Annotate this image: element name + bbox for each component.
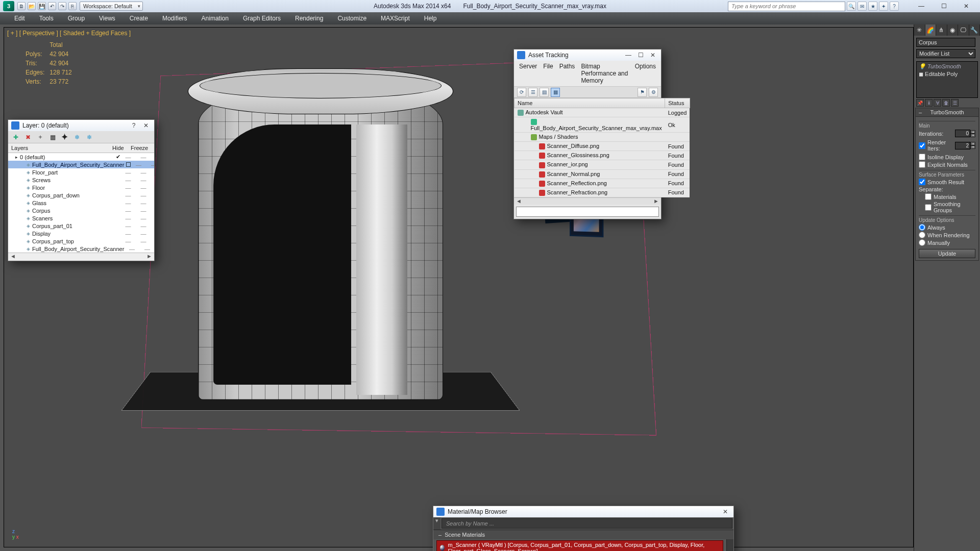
minimize-button[interactable]: — — [911, 1, 932, 11]
menu-edit[interactable]: Edit — [7, 13, 32, 24]
asset-row[interactable]: Scanner_Diffuse.pngFound — [514, 142, 690, 151]
redo-icon[interactable]: ↷ — [58, 2, 66, 10]
menu-views[interactable]: Views — [92, 13, 122, 24]
app-logo-icon[interactable]: 3 — [3, 1, 14, 11]
object-name-input[interactable] — [916, 38, 975, 47]
asset-row[interactable]: Scanner_Normal.pngFound — [514, 169, 690, 179]
highlight-icon[interactable]: ⯌ — [60, 133, 69, 142]
refresh-icon[interactable]: ⟳ — [517, 88, 526, 97]
update-manual-radio[interactable]: Manually — [919, 239, 975, 246]
col-layers[interactable]: Layers — [11, 145, 112, 151]
material-browser-dialog[interactable]: Material/Map Browser ✕ ▾ Search by Name … — [433, 506, 734, 551]
asset-row[interactable]: Scanner_Glossiness.pngFound — [514, 151, 690, 160]
asset-menu-options[interactable]: Options — [635, 63, 656, 84]
save-icon[interactable]: 💾 — [38, 2, 46, 10]
explicit-normals-checkbox[interactable]: Explicit Normals — [919, 161, 975, 168]
col-hide[interactable]: Hide — [112, 145, 131, 151]
tab-motion-icon[interactable]: ◉ — [947, 24, 959, 36]
col-name[interactable]: Name — [514, 98, 665, 108]
configure-sets-icon[interactable]: ☰ — [951, 99, 959, 107]
exchange-icon[interactable]: ✦ — [879, 2, 888, 11]
asset-menu-server[interactable]: Server — [519, 63, 537, 84]
menu-graph-editors[interactable]: Graph Editors — [236, 13, 288, 24]
comm-center-icon[interactable]: ✉ — [857, 2, 867, 11]
menu-help[interactable]: Help — [417, 13, 444, 24]
help-icon[interactable]: ? — [890, 2, 899, 11]
layer-row[interactable]: Full_Body_Airport_Security_Scanner—— — [8, 245, 154, 253]
scene-materials-section[interactable]: Scene Materials — [433, 530, 733, 539]
asset-row[interactable]: Scanner_ior.pngFound — [514, 160, 690, 169]
details-icon[interactable]: ▦ — [551, 88, 560, 97]
menu-group[interactable]: Group — [61, 13, 92, 24]
tab-hierarchy-icon[interactable]: ⋔ — [936, 24, 947, 36]
asset-max-button[interactable]: ☐ — [635, 52, 646, 59]
show-end-result-icon[interactable]: ⅱ — [925, 99, 933, 107]
material-options-icon[interactable]: ▾ — [433, 517, 440, 530]
asset-min-button[interactable]: — — [623, 52, 633, 59]
freeze-icon[interactable]: ❄ — [85, 133, 94, 142]
smooth-result-checkbox[interactable]: Smooth Result — [919, 179, 975, 185]
layer-row[interactable]: Corpus_part_01—— — [8, 222, 154, 230]
layer-hscroll[interactable]: ◄► — [8, 253, 154, 261]
layer-list[interactable]: 0 (default) ✔——Full_Body_Airport_Securit… — [8, 153, 154, 253]
sep-materials-checkbox[interactable]: Materials — [925, 193, 975, 200]
asset-row[interactable]: Autodesk VaultLogged — [514, 108, 690, 117]
update-rendering-radio[interactable]: When Rendering — [919, 232, 975, 238]
layer-row[interactable]: Glass—— — [8, 199, 154, 207]
render-iters-spinner[interactable]: ▴▾ — [955, 142, 975, 149]
col-status[interactable]: Status — [665, 98, 690, 108]
viewport-label[interactable]: [ + ] [ Perspective ] [ Shaded + Edged F… — [7, 30, 131, 37]
tab-display-icon[interactable]: 🖵 — [958, 24, 969, 36]
rollout-header[interactable]: TurboSmooth — [916, 108, 978, 117]
add-to-layer-icon[interactable]: ＋ — [36, 133, 45, 142]
menu-create[interactable]: Create — [122, 13, 155, 24]
new-file-icon[interactable]: 🗎 — [17, 2, 26, 10]
update-always-radio[interactable]: Always — [919, 224, 975, 231]
material-close-button[interactable]: ✕ — [720, 508, 730, 515]
undo-icon[interactable]: ↶ — [48, 2, 56, 10]
tab-create-icon[interactable]: ✳ — [914, 24, 925, 36]
col-freeze[interactable]: Freeze — [131, 145, 151, 151]
tab-modify-icon[interactable]: 🌈 — [925, 24, 937, 36]
asset-row[interactable]: Scanner_Reflection.pngFound — [514, 179, 690, 188]
menu-customize[interactable]: Customize — [330, 13, 374, 24]
menu-tools[interactable]: Tools — [32, 13, 61, 24]
close-button[interactable]: ✕ — [955, 1, 977, 11]
menu-animation[interactable]: Animation — [194, 13, 236, 24]
isoline-checkbox[interactable]: Isoline Display — [919, 154, 975, 160]
asset-close-button[interactable]: ✕ — [648, 52, 658, 59]
modifier-list-dropdown[interactable]: Modifier List — [916, 49, 975, 58]
new-layer-icon[interactable]: ✚ — [11, 133, 20, 142]
menu-rendering[interactable]: Rendering — [288, 13, 330, 24]
layer-close-button[interactable]: ✕ — [141, 122, 151, 129]
settings-icon[interactable]: ⚙ — [649, 88, 658, 97]
maximize-button[interactable]: ☐ — [933, 1, 954, 11]
open-file-icon[interactable]: 📂 — [28, 2, 36, 10]
asset-menu-file[interactable]: File — [543, 63, 553, 84]
status-toggle-icon[interactable]: ⚑ — [638, 88, 647, 97]
asset-row[interactable]: Maps / Shaders — [514, 133, 690, 142]
sep-smgroups-checkbox[interactable]: Smoothing Groups — [925, 201, 975, 213]
material-scroll[interactable] — [726, 539, 733, 551]
make-unique-icon[interactable]: ∀ — [934, 99, 941, 107]
layer-help-button[interactable]: ? — [129, 122, 139, 129]
list-icon[interactable]: ▤ — [540, 88, 549, 97]
modifier-stack[interactable]: 💡 TurboSmooth ◼ Editable Poly — [916, 61, 978, 98]
search-input[interactable]: Type a keyword or phrase — [728, 2, 845, 11]
tree-icon[interactable]: ☰ — [528, 88, 537, 97]
select-layer-obj-icon[interactable]: ▦ — [48, 133, 57, 142]
material-item[interactable]: m_Scanner ( VRayMtl ) [Corpus, Corpus_pa… — [436, 540, 723, 551]
asset-row[interactable]: Full_Body_Airport_Security_Scanner_max_v… — [514, 117, 690, 133]
asset-row[interactable]: Scanner_Refraction.pngFound — [514, 188, 690, 197]
material-search-input[interactable]: Search by Name ... — [442, 518, 732, 529]
tab-utilities-icon[interactable]: 🔧 — [969, 24, 981, 36]
layer-row[interactable]: Scaners—— — [8, 214, 154, 222]
menu-modifiers[interactable]: Modifiers — [155, 13, 194, 24]
layer-row[interactable]: Corpus—— — [8, 207, 154, 214]
update-button[interactable]: Update — [919, 249, 975, 258]
layer-row[interactable]: Corpus_part_top—— — [8, 237, 154, 245]
iterations-spinner[interactable]: ▴▾ — [955, 130, 975, 137]
asset-tracking-dialog[interactable]: Asset Tracking —☐✕ ServerFilePathsBitmap… — [513, 49, 662, 219]
layer-row[interactable]: Screws—— — [8, 176, 154, 184]
pin-stack-icon[interactable]: 📌 — [916, 99, 924, 107]
